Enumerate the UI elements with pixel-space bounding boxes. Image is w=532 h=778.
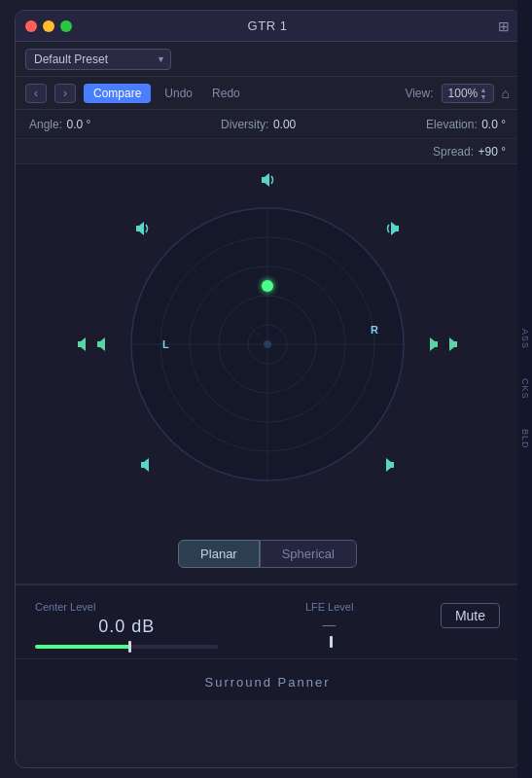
maximize-button[interactable] [60, 20, 72, 32]
elevation-value[interactable]: 0.0 ° [481, 118, 506, 131]
arrow-down-icon: ▼ [480, 93, 487, 100]
svg-marker-18 [386, 458, 394, 472]
svg-marker-14 [97, 337, 105, 351]
speaker-icon-botright [378, 455, 398, 475]
elevation-label: Elevation: [426, 118, 478, 131]
spherical-button[interactable]: Spherical [260, 540, 357, 568]
channel-label-R: R [371, 324, 378, 336]
panner-area: L R [16, 164, 519, 524]
preset-select[interactable]: Default Preset [25, 49, 171, 70]
speaker-icon-topleft [132, 219, 152, 238]
svg-marker-10 [262, 173, 269, 187]
minimize-button[interactable] [43, 20, 54, 32]
svg-marker-16 [449, 337, 457, 351]
redo-button[interactable]: Redo [206, 85, 246, 102]
view-value-display: 100% ▲ ▼ [442, 84, 494, 103]
params-row-2: Spread: +90 ° [16, 139, 519, 164]
speaker-topright[interactable] [382, 218, 404, 239]
mode-buttons: Planar Spherical [16, 524, 519, 584]
view-arrows[interactable]: ▲ ▼ [480, 87, 487, 100]
diversity-value[interactable]: 0.00 [273, 118, 296, 131]
params-row-1: Angle: 0.0 ° Diversity: 0.00 Elevation: … [16, 110, 519, 139]
right-label-3: BLD [520, 429, 530, 449]
center-level-value[interactable]: 0.0 dB [35, 617, 218, 637]
lfe-level-label: LFE Level [305, 601, 354, 613]
right-label-1: ASS [520, 329, 530, 349]
svg-point-9 [264, 340, 271, 348]
right-label-2: CKS [520, 378, 530, 400]
center-level-group: Center Level 0.0 dB [35, 601, 218, 649]
app-wrapper: GTR 1 ⊞ Default Preset ▼ ‹ › Compare Und… [0, 0, 532, 778]
speaker-icon-botleft [137, 455, 157, 475]
window-controls [25, 20, 72, 32]
center-level-thumb[interactable] [128, 641, 131, 653]
nav-back-button[interactable]: ‹ [25, 84, 47, 103]
channel-label-L: L [162, 338, 169, 350]
mute-group: Mute [441, 601, 500, 628]
window-title: GTR 1 [248, 18, 288, 33]
speaker-icon-topright [383, 219, 403, 238]
view-label: View: [405, 87, 433, 100]
angle-label: Angle: [29, 118, 62, 131]
link-icon[interactable]: ⌂ [502, 86, 510, 101]
footer-title: Surround Panner [204, 675, 330, 690]
nav-forward-button[interactable]: › [54, 84, 76, 103]
svg-marker-15 [430, 337, 438, 351]
speaker-left-outer[interactable] [73, 334, 94, 355]
center-level-slider[interactable] [35, 645, 218, 649]
bottom-section: Center Level 0.0 dB LFE Level — [16, 584, 519, 658]
title-bar: GTR 1 ⊞ [16, 11, 519, 42]
arrow-up-icon: ▲ [480, 87, 487, 93]
title-bar-expand[interactable]: ⊞ [498, 18, 510, 35]
spread-value[interactable]: +90 ° [479, 145, 507, 159]
lfe-level-value: — [322, 617, 337, 632]
svg-marker-13 [78, 337, 86, 351]
panner-circle[interactable]: L R [122, 198, 413, 490]
speaker-right-outer[interactable] [441, 334, 462, 355]
speaker-left-inner[interactable] [92, 334, 114, 355]
mute-button[interactable]: Mute [441, 603, 500, 628]
main-panel: GTR 1 ⊞ Default Preset ▼ ‹ › Compare Und… [15, 10, 520, 768]
speaker-icon-top [258, 170, 277, 190]
lfe-level-thumb[interactable] [330, 636, 333, 648]
undo-button[interactable]: Undo [159, 85, 198, 102]
toolbar: ‹ › Compare Undo Redo View: 100% ▲ ▼ ⌂ [16, 77, 519, 110]
center-level-fill [35, 645, 130, 649]
speaker-topleft[interactable] [131, 218, 153, 239]
speaker-icon-left-outer [74, 335, 93, 354]
speaker-right-inner[interactable] [421, 334, 443, 355]
svg-marker-17 [141, 458, 149, 472]
footer: Surround Panner [16, 658, 519, 700]
close-button[interactable] [25, 20, 37, 32]
speaker-botleft[interactable] [136, 454, 158, 476]
compare-button[interactable]: Compare [84, 84, 151, 103]
speaker-botright[interactable] [377, 454, 399, 476]
diversity-label: Diversity: [221, 118, 268, 131]
bottom-controls: Center Level 0.0 dB LFE Level — [35, 601, 500, 649]
speaker-icon-right-inner [422, 335, 442, 354]
svg-marker-12 [391, 222, 399, 235]
expand-icon: ⊞ [498, 18, 510, 34]
source-dot[interactable] [262, 280, 273, 292]
planar-button[interactable]: Planar [178, 540, 260, 568]
view-percentage: 100% [448, 87, 479, 100]
lfe-level-group: LFE Level — [237, 601, 420, 644]
preset-bar: Default Preset ▼ [16, 42, 519, 77]
svg-marker-11 [136, 222, 144, 235]
speaker-top[interactable] [257, 169, 278, 191]
speaker-icon-left-inner [93, 335, 113, 354]
spread-label: Spread: [433, 145, 474, 159]
center-level-label: Center Level [35, 601, 218, 613]
angle-value[interactable]: 0.0 ° [66, 118, 90, 131]
right-strip: ASS CKS BLD [517, 0, 532, 778]
preset-selector-wrapper: Default Preset ▼ [25, 49, 171, 70]
speaker-icon-right-outer [442, 335, 461, 354]
